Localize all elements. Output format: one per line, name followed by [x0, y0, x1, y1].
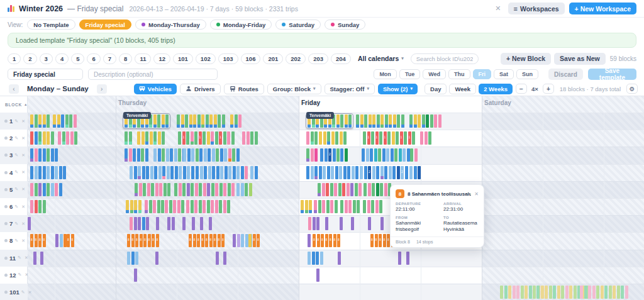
trip-bar[interactable] [153, 148, 157, 162]
trip-bar[interactable] [384, 183, 387, 196]
trip-bar[interactable] [345, 200, 348, 213]
trip-bar[interactable] [153, 114, 157, 128]
trip-bar[interactable] [625, 286, 628, 299]
trip-bar[interactable] [135, 252, 138, 265]
trip-bar[interactable] [237, 234, 240, 247]
trip-bar[interactable] [348, 200, 352, 213]
trip-bar[interactable] [311, 166, 314, 179]
trip-bar[interactable] [200, 166, 203, 179]
trip-bar[interactable] [364, 183, 367, 196]
trip-bar[interactable] [129, 131, 132, 145]
trip-bar[interactable] [161, 200, 164, 213]
trip-bar[interactable] [174, 148, 177, 162]
trip-bar[interactable] [325, 217, 328, 230]
trip-bar[interactable] [167, 183, 170, 196]
trip-bar[interactable] [172, 217, 175, 230]
trip-bar[interactable] [35, 114, 38, 128]
trip-bar[interactable] [231, 183, 235, 196]
trip-bar[interactable] [345, 114, 348, 128]
remove-block-icon[interactable]: ✕ [25, 272, 28, 277]
day-toggle-mon[interactable]: Mon [374, 69, 397, 79]
trip-bar[interactable] [183, 166, 186, 179]
trip-bar[interactable] [363, 131, 366, 145]
trip-bar[interactable] [232, 148, 235, 162]
close-icon[interactable]: ✕ [495, 4, 501, 13]
calendars-dropdown[interactable]: All calendars ▾ [358, 55, 404, 62]
trip-bar[interactable] [206, 114, 209, 128]
trip-bar[interactable] [43, 166, 46, 179]
trip-bar[interactable] [320, 252, 323, 265]
trip-bar[interactable]: 8 [30, 234, 33, 247]
trip-bar[interactable] [30, 200, 33, 213]
trip-bar[interactable]: 8 [321, 234, 324, 247]
next-week-button[interactable]: › [97, 84, 107, 94]
trip-bar[interactable] [397, 114, 400, 128]
trip-bar[interactable] [207, 131, 210, 145]
trip-bar[interactable] [194, 131, 197, 145]
day-toggle-wed[interactable]: Wed [423, 69, 446, 79]
trip-bar[interactable] [326, 200, 330, 213]
trip-bar[interactable] [187, 148, 191, 162]
workspaces-button[interactable]: ≡ Workspaces [508, 3, 565, 14]
trip-bar[interactable]: 8 [333, 234, 336, 247]
trip-bar[interactable] [348, 114, 352, 128]
show-dropdown[interactable]: Show (2) ▾ [378, 84, 418, 94]
trip-bar[interactable] [397, 166, 400, 179]
trip-bar[interactable] [177, 200, 180, 213]
trip-bar[interactable] [130, 217, 133, 230]
trip-bar[interactable] [525, 286, 528, 299]
trip-bar[interactable] [340, 217, 343, 230]
trip-bar[interactable] [245, 234, 248, 247]
trip-bar[interactable] [43, 148, 46, 162]
trip-bar[interactable]: 8 [370, 234, 374, 247]
trip-bar[interactable] [51, 166, 54, 179]
trip-bar[interactable] [223, 131, 226, 145]
trip-bar[interactable] [314, 200, 317, 213]
view-pill-sunday[interactable]: Sunday [325, 19, 365, 30]
trip-bar[interactable] [70, 131, 74, 145]
trip-bar[interactable] [43, 114, 46, 128]
remove-block-icon[interactable]: ✕ [21, 221, 25, 226]
trip-bar[interactable] [312, 252, 315, 265]
trip-bar[interactable] [208, 166, 211, 179]
trip-bar[interactable] [380, 183, 383, 196]
trip-bar[interactable] [379, 200, 382, 213]
trip-bar[interactable] [347, 166, 350, 179]
trip-bar[interactable] [391, 148, 394, 162]
trip-bar[interactable] [178, 131, 181, 145]
trip-bar[interactable]: 1 [400, 131, 403, 145]
trip-bar[interactable] [621, 286, 624, 299]
settings-button[interactable]: ⚙ [626, 84, 638, 94]
trip-bar[interactable] [167, 217, 170, 230]
trip-bar[interactable] [592, 286, 596, 299]
trip-bar[interactable] [380, 114, 384, 128]
trip-bar[interactable] [53, 114, 56, 128]
trip-bar[interactable] [233, 234, 236, 247]
trip-bar[interactable] [412, 131, 415, 145]
trip-bar[interactable] [248, 234, 252, 247]
trip-bar[interactable] [134, 200, 137, 213]
trip-bar[interactable] [561, 286, 564, 299]
trip-bar[interactable] [142, 166, 145, 179]
trip-bar[interactable] [126, 200, 129, 213]
trip-bar[interactable] [153, 200, 156, 213]
trip-bar[interactable]: 8 [325, 234, 328, 247]
trip-bar[interactable] [145, 131, 148, 145]
trip-bar[interactable] [196, 148, 199, 162]
trip-bar[interactable] [158, 148, 161, 162]
trip-bar[interactable] [204, 166, 207, 179]
trip-bar[interactable] [351, 217, 354, 230]
trip-bar[interactable] [331, 166, 334, 179]
trip-bar[interactable] [392, 166, 396, 179]
trip-bar[interactable] [314, 166, 318, 179]
trip-bar[interactable] [204, 148, 207, 162]
trip-bar[interactable] [536, 286, 540, 299]
trip-bar[interactable] [59, 166, 62, 179]
trip-bar[interactable] [323, 166, 326, 179]
trip-bar[interactable]: 1 [375, 131, 379, 145]
trip-bar[interactable] [74, 131, 77, 145]
trip-bar[interactable] [241, 234, 244, 247]
trip-bar[interactable]: 1 [199, 131, 202, 145]
trip-bar[interactable] [33, 252, 36, 265]
trip-bar[interactable] [235, 114, 238, 128]
